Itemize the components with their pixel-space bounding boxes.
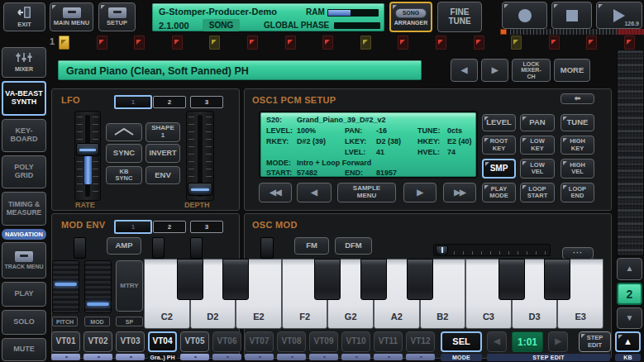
tune-button[interactable]: TUNE [561, 114, 594, 131]
sample-prev-button[interactable]: ◀ [297, 183, 332, 202]
sidebar-item-timing-measure[interactable]: TIMING & MEASURE [2, 192, 46, 226]
pitch-wheel[interactable] [52, 260, 79, 313]
mod-env-tab-2[interactable]: 2 [153, 221, 186, 233]
low-key-button[interactable]: LOW KEY [520, 136, 555, 155]
piano-key-black[interactable] [222, 259, 249, 300]
sample-next-button[interactable]: ▶ [403, 183, 436, 202]
smp-button[interactable]: SMP [482, 159, 516, 179]
record-button[interactable] [502, 2, 547, 29]
sidebar-item-keyboard[interactable]: KEY-BOARD [2, 119, 46, 152]
track-button-vt03[interactable]: VT03 [116, 331, 145, 352]
step-edit-button[interactable]: STEP EDIT [579, 331, 611, 352]
lfo-shape-select-button[interactable]: SHAPE 1 [145, 122, 180, 142]
lfo-rate-slider[interactable] [74, 111, 101, 201]
piano-key-black[interactable] [407, 259, 433, 300]
mod-env-tab-3[interactable]: 3 [190, 221, 223, 233]
lfo-shape-wave-button[interactable] [106, 123, 142, 141]
low-vel-button[interactable]: LOW VEL [520, 159, 555, 179]
right-scroll-wheel[interactable] [617, 50, 644, 256]
pattern-slot-icon[interactable] [59, 36, 69, 50]
track-button-vt10[interactable]: VT10 [341, 331, 370, 352]
lfo-kb-sync-button[interactable]: KB SYNC [106, 166, 142, 184]
play-button[interactable]: 126.9 [596, 2, 642, 29]
osc-mod-slider-knob[interactable] [260, 237, 274, 259]
lfo-tab-3[interactable]: 3 [190, 96, 223, 108]
piano-key-black[interactable] [314, 259, 341, 300]
song-position-strip[interactable] [510, 29, 644, 35]
octave-up-button[interactable]: ▲ [617, 258, 642, 280]
track-next-button[interactable]: ▶ [481, 59, 508, 82]
pattern-slot-icon[interactable] [97, 36, 107, 50]
sample-forward-button[interactable]: ▶▶ [443, 183, 476, 202]
sidebar-item-va-beast-synth[interactable]: VA-BEAST SYNTH [2, 81, 46, 116]
lock-mixer-ch-button[interactable]: LOCK MIXER-CH [512, 59, 551, 82]
osc-mod-more-button[interactable]: ··· [562, 247, 594, 260]
sel-button[interactable]: SEL [441, 331, 482, 352]
amp-button[interactable]: AMP [107, 237, 141, 255]
kb-toggle-button[interactable]: ▲ [615, 331, 641, 352]
h-slider-handle[interactable] [436, 245, 448, 255]
slider-handle[interactable] [188, 183, 212, 196]
track-prev-button[interactable]: ◀ [451, 59, 478, 82]
loop-end-button[interactable]: LOOP END [561, 183, 594, 202]
step-prev-button[interactable]: ◀ [487, 331, 507, 352]
lfo-invert-button[interactable]: INVERT [145, 144, 180, 163]
pattern-slot-icon[interactable] [474, 36, 484, 50]
more-button[interactable]: MORE [554, 59, 590, 82]
pan-button[interactable]: PAN [520, 114, 555, 131]
pattern-slot-icon[interactable] [586, 36, 597, 50]
mod-env-tab-1[interactable]: 1 [114, 220, 152, 234]
mod-wheel[interactable] [84, 260, 112, 313]
pattern-slot-icon[interactable] [209, 36, 220, 50]
piano-key-black[interactable] [360, 259, 387, 300]
pattern-slot-icon[interactable] [549, 36, 560, 50]
level-button[interactable]: LEVEL [482, 114, 516, 131]
pattern-slot-icon[interactable] [360, 36, 371, 50]
fine-tune-button[interactable]: FINE TUNE [437, 2, 482, 32]
octave-down-button[interactable]: ▼ [617, 307, 642, 329]
stop-button[interactable] [551, 2, 592, 29]
track-button-vt02[interactable]: VT02 [83, 331, 112, 352]
pattern-slot-icon[interactable] [511, 36, 522, 50]
track-button-vt11[interactable]: VT11 [374, 331, 403, 352]
pattern-slot-icon[interactable] [134, 36, 145, 50]
osc-mod-h-slider[interactable] [433, 244, 551, 256]
track-button-vt08[interactable]: VT08 [277, 331, 306, 352]
pattern-slot-icon[interactable] [436, 36, 446, 50]
play-mode-button[interactable]: PLAY MODE [482, 183, 516, 202]
pattern-slot-icon[interactable] [247, 36, 258, 50]
lfo-sync-button[interactable]: SYNC [106, 144, 142, 163]
track-button-vt06[interactable]: VT06 [212, 331, 241, 352]
root-key-button[interactable]: ROOT KEY [482, 136, 516, 155]
pattern-slot-icon[interactable] [172, 36, 183, 50]
dfm-button[interactable]: DFM [335, 237, 372, 255]
sidebar-item-play[interactable]: PLAY [2, 282, 46, 307]
high-vel-button[interactable]: HIGH VEL [561, 159, 594, 179]
pattern-slot-icon[interactable] [398, 36, 408, 50]
track-button-vt07[interactable]: VT07 [245, 331, 274, 352]
high-key-button[interactable]: HIGH KEY [561, 136, 594, 155]
sidebar-item-poly-grid[interactable]: POLY GRID [2, 155, 46, 188]
mod-env-slider-knob[interactable] [190, 237, 203, 259]
lfo-depth-slider[interactable] [186, 111, 214, 201]
track-button-vt09[interactable]: VT09 [309, 331, 338, 352]
sidebar-item-track-menu[interactable]: TRACK MENU [2, 242, 46, 279]
slider-handle[interactable] [76, 143, 99, 156]
pattern-slot-icon[interactable] [322, 36, 333, 50]
lfo-tab-1[interactable]: 1 [114, 95, 152, 109]
piano-key-black[interactable] [177, 259, 203, 300]
fm-button[interactable]: FM [294, 237, 329, 255]
lfo-env-button[interactable]: ENV [145, 166, 180, 184]
song-arranger-button[interactable]: SONG ARRANGER [389, 2, 432, 32]
mtry-button[interactable]: MTRY [116, 260, 143, 312]
sidebar-item-mute[interactable]: MUTE [2, 338, 46, 361]
sidebar-item-navigation[interactable]: NAVIGATION [2, 229, 46, 240]
sidebar-item-solo[interactable]: SOLO [2, 310, 46, 335]
pattern-slot-icon[interactable] [624, 36, 635, 50]
sample-menu-button[interactable]: SAMPLE MENU [337, 183, 396, 202]
exit-button[interactable]: EXIT [3, 2, 45, 31]
piano-key-black[interactable] [499, 259, 525, 300]
lfo-tab-2[interactable]: 2 [153, 96, 186, 108]
track-button-vt05[interactable]: VT05 [180, 331, 209, 352]
loop-start-button[interactable]: LOOP START [520, 183, 555, 202]
